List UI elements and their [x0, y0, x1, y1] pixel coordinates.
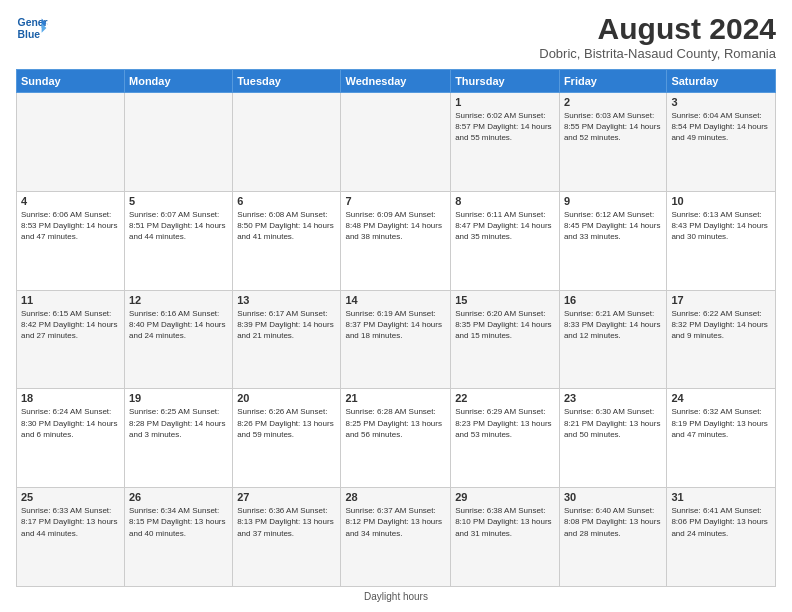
day-number: 5	[129, 195, 228, 207]
day-number: 11	[21, 294, 120, 306]
day-info: Sunrise: 6:30 AM Sunset: 8:21 PM Dayligh…	[564, 406, 662, 440]
calendar-week-4: 18Sunrise: 6:24 AM Sunset: 8:30 PM Dayli…	[17, 389, 776, 488]
calendar-cell: 30Sunrise: 6:40 AM Sunset: 8:08 PM Dayli…	[559, 488, 666, 587]
day-info: Sunrise: 6:20 AM Sunset: 8:35 PM Dayligh…	[455, 308, 555, 342]
day-number: 28	[345, 491, 446, 503]
calendar-cell: 29Sunrise: 6:38 AM Sunset: 8:10 PM Dayli…	[451, 488, 560, 587]
day-number: 20	[237, 392, 336, 404]
calendar-cell: 16Sunrise: 6:21 AM Sunset: 8:33 PM Dayli…	[559, 290, 666, 389]
footer-note: Daylight hours	[16, 591, 776, 602]
day-number: 16	[564, 294, 662, 306]
day-number: 24	[671, 392, 771, 404]
day-info: Sunrise: 6:13 AM Sunset: 8:43 PM Dayligh…	[671, 209, 771, 243]
col-monday: Monday	[125, 70, 233, 93]
calendar-cell: 20Sunrise: 6:26 AM Sunset: 8:26 PM Dayli…	[233, 389, 341, 488]
calendar-cell: 11Sunrise: 6:15 AM Sunset: 8:42 PM Dayli…	[17, 290, 125, 389]
day-info: Sunrise: 6:33 AM Sunset: 8:17 PM Dayligh…	[21, 505, 120, 539]
day-info: Sunrise: 6:25 AM Sunset: 8:28 PM Dayligh…	[129, 406, 228, 440]
day-number: 10	[671, 195, 771, 207]
day-number: 31	[671, 491, 771, 503]
subtitle: Dobric, Bistrita-Nasaud County, Romania	[539, 46, 776, 61]
day-number: 3	[671, 96, 771, 108]
calendar-cell: 25Sunrise: 6:33 AM Sunset: 8:17 PM Dayli…	[17, 488, 125, 587]
calendar-header: Sunday Monday Tuesday Wednesday Thursday…	[17, 70, 776, 93]
day-number: 1	[455, 96, 555, 108]
day-info: Sunrise: 6:02 AM Sunset: 8:57 PM Dayligh…	[455, 110, 555, 144]
calendar-cell: 17Sunrise: 6:22 AM Sunset: 8:32 PM Dayli…	[667, 290, 776, 389]
day-info: Sunrise: 6:11 AM Sunset: 8:47 PM Dayligh…	[455, 209, 555, 243]
day-info: Sunrise: 6:09 AM Sunset: 8:48 PM Dayligh…	[345, 209, 446, 243]
calendar-week-2: 4Sunrise: 6:06 AM Sunset: 8:53 PM Daylig…	[17, 191, 776, 290]
day-info: Sunrise: 6:28 AM Sunset: 8:25 PM Dayligh…	[345, 406, 446, 440]
day-number: 17	[671, 294, 771, 306]
day-number: 19	[129, 392, 228, 404]
day-info: Sunrise: 6:04 AM Sunset: 8:54 PM Dayligh…	[671, 110, 771, 144]
calendar-cell: 23Sunrise: 6:30 AM Sunset: 8:21 PM Dayli…	[559, 389, 666, 488]
day-info: Sunrise: 6:08 AM Sunset: 8:50 PM Dayligh…	[237, 209, 336, 243]
calendar-cell: 21Sunrise: 6:28 AM Sunset: 8:25 PM Dayli…	[341, 389, 451, 488]
calendar-cell: 24Sunrise: 6:32 AM Sunset: 8:19 PM Dayli…	[667, 389, 776, 488]
day-info: Sunrise: 6:34 AM Sunset: 8:15 PM Dayligh…	[129, 505, 228, 539]
header: General Blue August 2024 Dobric, Bistrit…	[16, 12, 776, 61]
day-info: Sunrise: 6:26 AM Sunset: 8:26 PM Dayligh…	[237, 406, 336, 440]
day-info: Sunrise: 6:06 AM Sunset: 8:53 PM Dayligh…	[21, 209, 120, 243]
day-number: 15	[455, 294, 555, 306]
logo-icon: General Blue	[16, 12, 48, 44]
calendar-cell: 28Sunrise: 6:37 AM Sunset: 8:12 PM Dayli…	[341, 488, 451, 587]
day-info: Sunrise: 6:07 AM Sunset: 8:51 PM Dayligh…	[129, 209, 228, 243]
calendar-cell: 9Sunrise: 6:12 AM Sunset: 8:45 PM Daylig…	[559, 191, 666, 290]
calendar-cell: 31Sunrise: 6:41 AM Sunset: 8:06 PM Dayli…	[667, 488, 776, 587]
calendar-body: 1Sunrise: 6:02 AM Sunset: 8:57 PM Daylig…	[17, 93, 776, 587]
day-number: 9	[564, 195, 662, 207]
day-number: 2	[564, 96, 662, 108]
calendar-cell	[125, 93, 233, 192]
calendar-cell: 15Sunrise: 6:20 AM Sunset: 8:35 PM Dayli…	[451, 290, 560, 389]
day-number: 21	[345, 392, 446, 404]
calendar-cell: 8Sunrise: 6:11 AM Sunset: 8:47 PM Daylig…	[451, 191, 560, 290]
calendar-week-5: 25Sunrise: 6:33 AM Sunset: 8:17 PM Dayli…	[17, 488, 776, 587]
day-info: Sunrise: 6:29 AM Sunset: 8:23 PM Dayligh…	[455, 406, 555, 440]
day-info: Sunrise: 6:21 AM Sunset: 8:33 PM Dayligh…	[564, 308, 662, 342]
day-number: 25	[21, 491, 120, 503]
calendar-cell: 13Sunrise: 6:17 AM Sunset: 8:39 PM Dayli…	[233, 290, 341, 389]
day-info: Sunrise: 6:19 AM Sunset: 8:37 PM Dayligh…	[345, 308, 446, 342]
day-info: Sunrise: 6:24 AM Sunset: 8:30 PM Dayligh…	[21, 406, 120, 440]
day-number: 23	[564, 392, 662, 404]
day-number: 13	[237, 294, 336, 306]
calendar-cell: 3Sunrise: 6:04 AM Sunset: 8:54 PM Daylig…	[667, 93, 776, 192]
logo: General Blue	[16, 12, 48, 44]
calendar-cell: 6Sunrise: 6:08 AM Sunset: 8:50 PM Daylig…	[233, 191, 341, 290]
calendar-cell: 14Sunrise: 6:19 AM Sunset: 8:37 PM Dayli…	[341, 290, 451, 389]
col-friday: Friday	[559, 70, 666, 93]
calendar-cell: 19Sunrise: 6:25 AM Sunset: 8:28 PM Dayli…	[125, 389, 233, 488]
calendar-cell: 2Sunrise: 6:03 AM Sunset: 8:55 PM Daylig…	[559, 93, 666, 192]
svg-text:Blue: Blue	[18, 29, 41, 40]
calendar-cell: 27Sunrise: 6:36 AM Sunset: 8:13 PM Dayli…	[233, 488, 341, 587]
title-block: August 2024 Dobric, Bistrita-Nasaud Coun…	[539, 12, 776, 61]
main-title: August 2024	[539, 12, 776, 46]
calendar-cell	[17, 93, 125, 192]
day-number: 26	[129, 491, 228, 503]
calendar-cell: 4Sunrise: 6:06 AM Sunset: 8:53 PM Daylig…	[17, 191, 125, 290]
col-thursday: Thursday	[451, 70, 560, 93]
calendar-cell	[233, 93, 341, 192]
day-info: Sunrise: 6:40 AM Sunset: 8:08 PM Dayligh…	[564, 505, 662, 539]
day-number: 22	[455, 392, 555, 404]
day-info: Sunrise: 6:15 AM Sunset: 8:42 PM Dayligh…	[21, 308, 120, 342]
calendar-week-3: 11Sunrise: 6:15 AM Sunset: 8:42 PM Dayli…	[17, 290, 776, 389]
day-info: Sunrise: 6:38 AM Sunset: 8:10 PM Dayligh…	[455, 505, 555, 539]
day-info: Sunrise: 6:41 AM Sunset: 8:06 PM Dayligh…	[671, 505, 771, 539]
day-number: 14	[345, 294, 446, 306]
day-number: 29	[455, 491, 555, 503]
calendar-cell: 26Sunrise: 6:34 AM Sunset: 8:15 PM Dayli…	[125, 488, 233, 587]
day-number: 18	[21, 392, 120, 404]
calendar-cell	[341, 93, 451, 192]
day-info: Sunrise: 6:03 AM Sunset: 8:55 PM Dayligh…	[564, 110, 662, 144]
col-saturday: Saturday	[667, 70, 776, 93]
header-row: Sunday Monday Tuesday Wednesday Thursday…	[17, 70, 776, 93]
calendar-week-1: 1Sunrise: 6:02 AM Sunset: 8:57 PM Daylig…	[17, 93, 776, 192]
day-info: Sunrise: 6:22 AM Sunset: 8:32 PM Dayligh…	[671, 308, 771, 342]
col-sunday: Sunday	[17, 70, 125, 93]
col-wednesday: Wednesday	[341, 70, 451, 93]
day-info: Sunrise: 6:17 AM Sunset: 8:39 PM Dayligh…	[237, 308, 336, 342]
